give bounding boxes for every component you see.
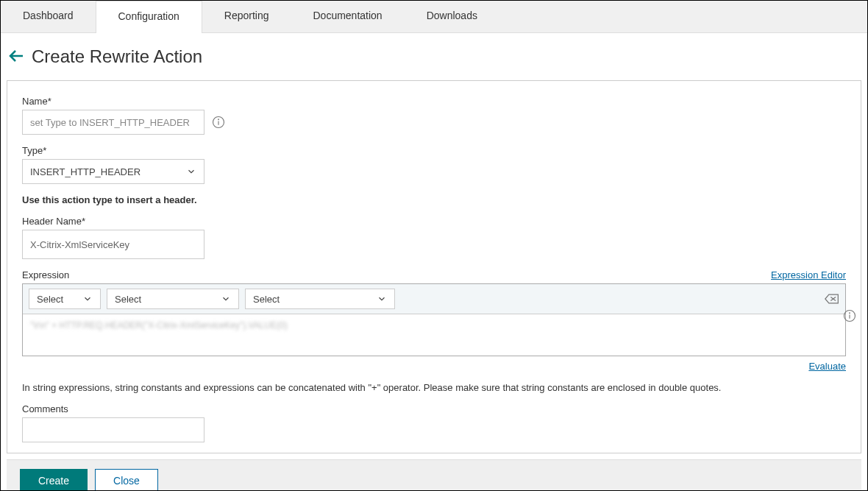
expression-select-3[interactable]: Select bbox=[245, 289, 395, 309]
name-label: Name* bbox=[22, 96, 846, 107]
evaluate-link[interactable]: Evaluate bbox=[808, 361, 846, 372]
expression-editor-link[interactable]: Expression Editor bbox=[771, 269, 846, 280]
chevron-down-icon bbox=[377, 294, 387, 304]
tab-downloads[interactable]: Downloads bbox=[405, 1, 499, 32]
tab-reporting[interactable]: Reporting bbox=[202, 1, 291, 32]
header-name-input[interactable] bbox=[22, 230, 204, 259]
footer: Create Close bbox=[7, 459, 861, 491]
comments-label: Comments bbox=[22, 403, 846, 414]
type-note: Use this action type to insert a header. bbox=[22, 194, 846, 205]
comments-input[interactable] bbox=[22, 417, 204, 442]
clear-icon[interactable] bbox=[825, 293, 839, 305]
type-select[interactable]: INSERT_HTTP_HEADER bbox=[22, 159, 204, 184]
back-arrow-icon[interactable] bbox=[8, 48, 26, 66]
expression-textarea[interactable]: "\r\n" + HTTP.REQ.HEADER("X-Citrix-XmlSe… bbox=[23, 314, 845, 356]
expression-select-2[interactable]: Select bbox=[107, 289, 239, 309]
chevron-down-icon bbox=[186, 166, 196, 177]
chevron-down-icon bbox=[221, 294, 231, 304]
header-name-label: Header Name* bbox=[22, 216, 846, 227]
tab-documentation[interactable]: Documentation bbox=[291, 1, 404, 32]
select-placeholder: Select bbox=[115, 294, 141, 305]
expression-container: Select Select Select "\r\n" + HTTP.REQ.H… bbox=[22, 283, 846, 356]
info-icon[interactable] bbox=[212, 116, 225, 129]
tab-configuration[interactable]: Configuration bbox=[96, 1, 202, 33]
info-icon[interactable] bbox=[843, 309, 856, 322]
create-button[interactable]: Create bbox=[20, 469, 88, 491]
tab-bar: Dashboard Configuration Reporting Docume… bbox=[1, 1, 867, 33]
svg-point-7 bbox=[850, 313, 850, 314]
form-panel: Name* Type* INSERT_HTTP_HEADER Use this … bbox=[7, 80, 861, 453]
expression-select-1[interactable]: Select bbox=[29, 289, 101, 309]
select-placeholder: Select bbox=[253, 294, 280, 305]
chevron-down-icon bbox=[82, 294, 93, 304]
name-input[interactable] bbox=[22, 110, 204, 135]
type-label: Type* bbox=[22, 145, 846, 156]
expression-help-text: In string expressions, string constants … bbox=[22, 382, 846, 393]
page-title: Create Rewrite Action bbox=[32, 46, 202, 67]
expression-toolbar: Select Select Select bbox=[23, 284, 845, 314]
tab-dashboard[interactable]: Dashboard bbox=[1, 1, 96, 32]
type-select-value: INSERT_HTTP_HEADER bbox=[30, 166, 140, 177]
expression-label: Expression bbox=[22, 269, 69, 280]
page-header: Create Rewrite Action bbox=[1, 33, 867, 80]
svg-point-2 bbox=[218, 119, 219, 120]
select-placeholder: Select bbox=[37, 294, 63, 305]
close-button[interactable]: Close bbox=[95, 469, 158, 491]
